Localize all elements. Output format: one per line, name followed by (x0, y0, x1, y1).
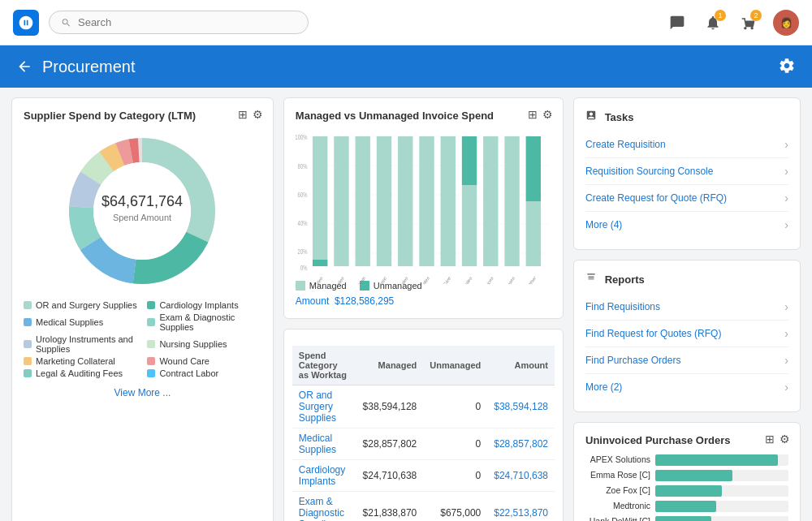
svg-text:80%: 80% (297, 162, 307, 171)
chevron-right-icon: › (784, 192, 788, 205)
chart-icon[interactable]: ⊞ (238, 108, 248, 121)
svg-rect-34 (462, 136, 477, 185)
svg-text:Medical Supplies: Medical Supplies (322, 275, 344, 284)
legend-item: Urology Instruments and Supplies (24, 334, 137, 354)
search-bar[interactable] (49, 11, 309, 34)
svg-rect-28 (355, 136, 369, 266)
legend-item: Exam & Diagnostic Supplies (147, 312, 261, 332)
svg-rect-38 (525, 136, 540, 201)
notification-icon-btn[interactable]: 1 (702, 11, 724, 34)
svg-text:OR and Surgery Supplies: OR and Surgery Supplies (296, 275, 323, 284)
amount-label: Amount (296, 295, 329, 307)
user-avatar[interactable]: 👩 (773, 10, 799, 36)
col-header-unmanaged: Unmanaged (423, 346, 487, 385)
bar-chart-area: 100% 80% 60% 40% 20% 0% (296, 130, 551, 276)
notification-badge: 1 (715, 10, 726, 21)
view-more[interactable]: View More ... (24, 386, 261, 398)
uninvoiced-row: Hank DeWitt [C] (585, 516, 788, 521)
donut-chart: $64,671,764 Spend Amount (61, 130, 223, 292)
report-item-rfq[interactable]: Find Request for Quotes (RFQ) › (585, 321, 788, 347)
svg-text:Exam & Diagnostic: Exam & Diagnostic (362, 275, 387, 284)
reports-list: Find Requisitions › Find Request for Quo… (585, 294, 788, 400)
amount-value: $128,586,295 (335, 295, 394, 307)
svg-rect-30 (398, 136, 412, 266)
svg-rect-35 (483, 136, 498, 266)
report-item-po[interactable]: Find Purchase Orders › (585, 347, 788, 374)
tasks-card: Tasks Create Requisition › Requisition S… (573, 97, 801, 250)
svg-rect-25 (313, 136, 327, 260)
category-link[interactable]: Cardiology Implants (299, 464, 345, 487)
table-row: Cardiology Implants $24,710,6380$24,710,… (292, 460, 555, 492)
chart-type-icon[interactable]: ⊞ (528, 108, 538, 121)
svg-rect-27 (334, 136, 348, 266)
col-header-managed: Managed (356, 346, 424, 385)
page-header: Procurement (0, 45, 812, 88)
chevron-right-icon: › (784, 165, 788, 178)
managed-invoice-card: Managed vs Unmanaged Invoice Spend ⊞ ⚙ 1… (283, 97, 564, 319)
reports-icon (585, 272, 597, 283)
report-item-more[interactable]: More (2) › (585, 374, 788, 400)
message-icon-btn[interactable] (666, 11, 689, 34)
uninvoiced-row: Emma Rose [C] (585, 470, 788, 481)
uninvoiced-card: Uninvoiced Purchase Orders ⊞ ⚙ APEX Solu… (573, 422, 801, 521)
uninvoiced-title: Uninvoiced Purchase Orders (585, 434, 788, 446)
page-title: Procurement (42, 58, 768, 76)
supplier-spend-title: Supplier Spend by Category (LTM) (24, 110, 261, 122)
svg-rect-33 (462, 185, 477, 266)
category-link[interactable]: Exam & Diagnostic Supplies (299, 496, 344, 521)
svg-text:100%: 100% (296, 133, 308, 142)
task-item-more[interactable]: More (4) › (585, 212, 788, 238)
donut-chart-container: $64,671,764 Spend Amount (24, 130, 261, 292)
svg-rect-26 (313, 260, 327, 266)
settings-icon[interactable]: ⚙ (253, 108, 263, 121)
task-item-sourcing[interactable]: Requisition Sourcing Console › (585, 158, 788, 185)
svg-text:Nursing Supplies: Nursing Supplies (407, 275, 430, 284)
category-link[interactable]: Medical Supplies (299, 433, 336, 455)
legend-item: OR and Surgery Supplies (24, 300, 137, 310)
svg-text:Medical Gases: Medical Gases (495, 275, 515, 284)
settings-icon[interactable]: ⚙ (542, 108, 553, 121)
uninvoiced-chart: APEX Solutions Emma Rose [C] Zoe Fox [C]… (585, 454, 788, 521)
legend-item: Legal & Auditing Fees (24, 368, 137, 378)
chart-amount: Amount $128,586,295 (296, 295, 551, 307)
col-header-category: Spend Category as Worktag (292, 346, 356, 385)
svg-text:Wound Care: Wound Care (434, 274, 451, 284)
cart-icon-btn[interactable]: 2 (737, 11, 760, 34)
svg-text:Spend Amount: Spend Amount (113, 213, 171, 222)
svg-text:40%: 40% (297, 219, 307, 228)
svg-rect-36 (504, 136, 519, 266)
chart-icon[interactable]: ⊞ (765, 433, 775, 446)
report-item-requisitions[interactable]: Find Requisitions › (585, 294, 788, 321)
donut-legend: OR and Surgery Supplies Cardiology Impla… (24, 300, 261, 378)
task-item-rfq[interactable]: Create Request for Quote (RFQ) › (585, 185, 788, 212)
svg-text:20%: 20% (297, 248, 307, 256)
table-header-row: Spend Category as Worktag Managed Unmana… (292, 346, 555, 385)
tasks-icon (585, 110, 597, 121)
chevron-right-icon: › (784, 381, 788, 394)
supplier-spend-actions: ⊞ ⚙ (238, 108, 263, 121)
workday-logo[interactable] (13, 10, 39, 36)
settings-icon[interactable]: ⚙ (780, 433, 790, 446)
svg-text:Other: Other (527, 275, 536, 284)
settings-button[interactable] (778, 57, 796, 77)
category-link[interactable]: OR and Surgery Supplies (299, 390, 336, 424)
supplier-spend-card: Supplier Spend by Category (LTM) ⊞ ⚙ (11, 97, 274, 521)
cart-badge: 2 (750, 10, 762, 21)
view-more-link[interactable]: View More ... (114, 387, 171, 398)
chevron-right-icon: › (784, 327, 788, 340)
svg-rect-29 (377, 136, 391, 266)
chevron-right-icon: › (784, 138, 788, 151)
task-item-create-req[interactable]: Create Requisition › (585, 131, 788, 158)
spend-table-card: Spend Category as Worktag Managed Unmana… (283, 329, 564, 521)
svg-text:$64,671,764: $64,671,764 (102, 193, 183, 209)
middle-column: Managed vs Unmanaged Invoice Spend ⊞ ⚙ 1… (283, 97, 564, 521)
uninvoiced-row: Medtronic (585, 501, 788, 512)
tasks-title: Tasks (585, 110, 788, 123)
bar-chart-svg: 100% 80% 60% 40% 20% 0% (296, 130, 551, 284)
table-row: Exam & Diagnostic Supplies $21,838,870$6… (292, 492, 555, 522)
back-button[interactable] (16, 58, 32, 75)
main-content: Supplier Spend by Category (LTM) ⊞ ⚙ (0, 88, 812, 521)
legend-item: Cardiology Implants (147, 300, 261, 310)
search-input[interactable] (78, 16, 296, 28)
top-nav: 1 2 👩 (0, 0, 812, 45)
